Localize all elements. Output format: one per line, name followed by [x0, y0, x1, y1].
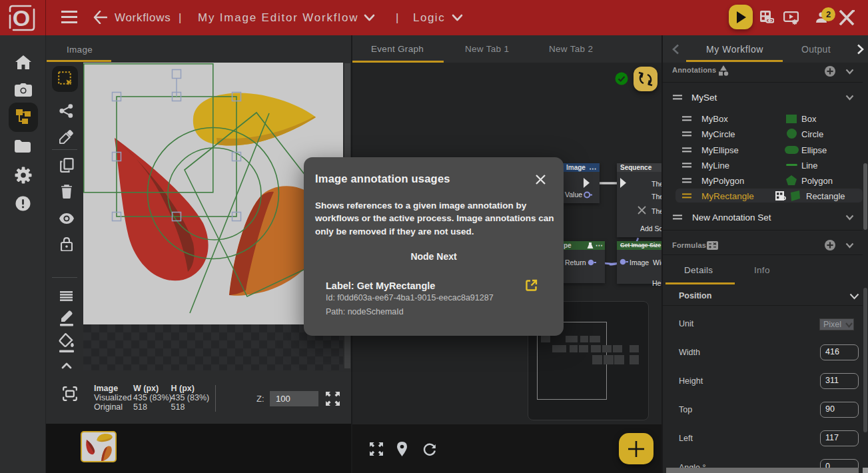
svg-text:O: O [13, 5, 30, 31]
